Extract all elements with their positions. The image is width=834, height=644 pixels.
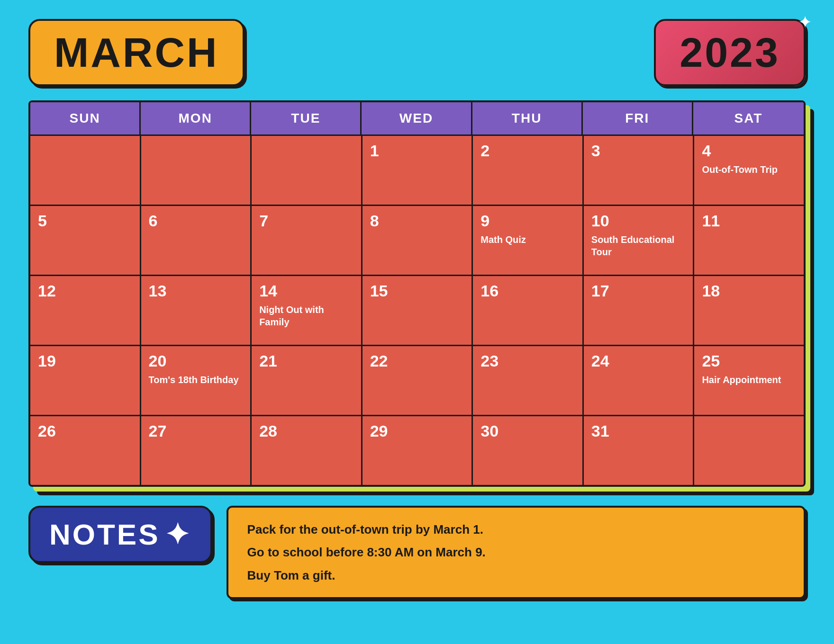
day-cell[interactable]: 10South Educational Tour [584, 206, 693, 275]
day-number: 7 [259, 213, 354, 229]
day-cell[interactable]: 18 [694, 276, 804, 345]
header-fri: FRI [583, 102, 693, 136]
day-cell[interactable]: 13 [141, 276, 251, 345]
day-cell[interactable]: 23 [473, 346, 582, 415]
day-number: 17 [591, 283, 686, 299]
day-number: 10 [591, 213, 686, 229]
day-cell[interactable]: 24 [584, 346, 693, 415]
day-cell[interactable]: 26 [30, 416, 140, 485]
day-cell[interactable]: 25Hair Appointment [694, 346, 804, 415]
notes-content: Pack for the out-of-town trip by March 1… [227, 506, 806, 599]
day-cell[interactable]: 14Night Out with Family [252, 276, 361, 345]
note-item: Go to school before 8:30 AM on March 9. [247, 544, 785, 561]
day-number: 11 [702, 213, 796, 229]
day-cell[interactable]: 16 [473, 276, 582, 345]
day-cell[interactable]: 2 [473, 136, 582, 205]
day-event: Out-of-Town Trip [702, 163, 796, 176]
day-number: 14 [259, 283, 354, 299]
day-number: 12 [38, 283, 132, 299]
day-number: 22 [370, 353, 464, 369]
day-cell[interactable]: 27 [141, 416, 251, 485]
day-cell[interactable]: 12 [30, 276, 140, 345]
header-sat: SAT [693, 102, 804, 136]
day-number: 6 [149, 213, 243, 229]
day-number: 31 [591, 423, 686, 439]
day-number: 24 [591, 353, 686, 369]
day-cell[interactable]: 9Math Quiz [473, 206, 582, 275]
day-cell[interactable]: 28 [252, 416, 361, 485]
day-cell[interactable]: 20Tom's 18th Birthday [141, 346, 251, 415]
day-cell[interactable]: 22 [363, 346, 472, 415]
calendar-grid: 1234Out-of-Town Trip56789Math Quiz10Sout… [30, 136, 804, 485]
day-number: 15 [370, 283, 464, 299]
day-number: 13 [149, 283, 243, 299]
month-badge: MARCH [28, 19, 245, 86]
day-number: 8 [370, 213, 464, 229]
day-cell[interactable]: 6 [141, 206, 251, 275]
day-cell[interactable]: 3 [584, 136, 693, 205]
header-thu: THU [472, 102, 583, 136]
day-event: Tom's 18th Birthday [149, 374, 243, 386]
day-number: 21 [259, 353, 354, 369]
day-cell[interactable]: 17 [584, 276, 693, 345]
day-event: Math Quiz [480, 233, 575, 246]
notes-section: NOTES ✦ Pack for the out-of-town trip by… [28, 506, 806, 599]
day-number: 9 [480, 213, 575, 229]
day-cell[interactable] [694, 416, 804, 485]
year-label: 2023 [680, 29, 780, 76]
notes-badge-wrapper: NOTES ✦ [28, 506, 212, 599]
day-cell[interactable]: 21 [252, 346, 361, 415]
notes-badge: NOTES ✦ [28, 506, 212, 563]
header-tue: TUE [251, 102, 362, 136]
day-cell[interactable] [141, 136, 251, 205]
day-cell[interactable]: 5 [30, 206, 140, 275]
day-number: 27 [149, 423, 243, 439]
day-event: Night Out with Family [259, 304, 354, 328]
day-cell[interactable] [252, 136, 361, 205]
day-number: 28 [259, 423, 354, 439]
month-label: MARCH [54, 29, 219, 76]
day-number: 4 [702, 143, 796, 159]
day-number: 16 [480, 283, 575, 299]
notes-label: NOTES [49, 518, 160, 551]
day-headers-row: SUN MON TUE WED THU FRI SAT [30, 102, 804, 136]
calendar-main: SUN MON TUE WED THU FRI SAT 1234Out-of-T… [28, 100, 806, 487]
note-item: Buy Tom a gift. [247, 567, 785, 584]
day-event: South Educational Tour [591, 233, 686, 258]
header-sun: SUN [30, 102, 141, 136]
notes-sparkle-icon: ✦ [165, 517, 191, 552]
day-number: 2 [480, 143, 575, 159]
day-number: 1 [370, 143, 464, 159]
day-number: 3 [591, 143, 686, 159]
day-number: 5 [38, 213, 132, 229]
day-cell[interactable]: 1 [363, 136, 472, 205]
day-number: 25 [702, 353, 796, 369]
day-cell[interactable]: 8 [363, 206, 472, 275]
day-cell[interactable]: 31 [584, 416, 693, 485]
day-cell[interactable]: 19 [30, 346, 140, 415]
day-number: 29 [370, 423, 464, 439]
calendar-header: MARCH 2023 ✦ [28, 19, 806, 86]
day-cell[interactable]: 11 [694, 206, 804, 275]
day-cell[interactable]: 4Out-of-Town Trip [694, 136, 804, 205]
day-cell[interactable]: 15 [363, 276, 472, 345]
header-wed: WED [362, 102, 472, 136]
day-cell[interactable]: 29 [363, 416, 472, 485]
sparkle-icon: ✦ [798, 12, 812, 32]
day-number: 30 [480, 423, 575, 439]
calendar-wrapper: SUN MON TUE WED THU FRI SAT 1234Out-of-T… [28, 100, 806, 487]
day-cell[interactable]: 30 [473, 416, 582, 485]
day-number: 20 [149, 353, 243, 369]
day-cell[interactable] [30, 136, 140, 205]
day-event: Hair Appointment [702, 374, 796, 386]
day-number: 23 [480, 353, 575, 369]
day-number: 26 [38, 423, 132, 439]
day-cell[interactable]: 7 [252, 206, 361, 275]
note-item: Pack for the out-of-town trip by March 1… [247, 521, 785, 538]
day-number: 19 [38, 353, 132, 369]
header-mon: MON [141, 102, 251, 136]
year-badge-wrapper: 2023 ✦ [654, 19, 806, 86]
day-number: 18 [702, 283, 796, 299]
year-badge: 2023 ✦ [654, 19, 806, 86]
